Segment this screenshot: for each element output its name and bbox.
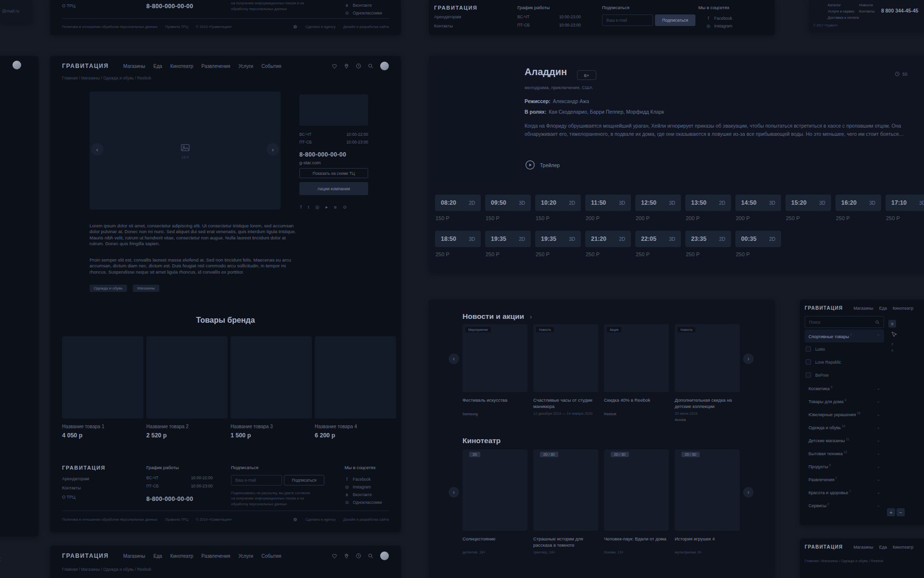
design-link[interactable]: Дизайн и разработка сайта (343, 517, 389, 522)
product-card[interactable]: Название товара 3 1 500 р (231, 336, 312, 439)
instagram-icon[interactable]: ◎ (315, 204, 319, 210)
policy-link[interactable]: Политика в отношении обработки персональ… (62, 25, 157, 29)
chevron-down-icon[interactable]: ⌄ (876, 399, 880, 404)
heart-icon[interactable] (332, 553, 337, 559)
showtime-chip[interactable]: 21:202D (585, 231, 631, 247)
chevron-down-icon[interactable]: ⌄ (876, 503, 880, 508)
chevron-down-icon[interactable]: ⌄ (876, 425, 880, 430)
gallery-prev-button[interactable]: ‹ (91, 143, 103, 156)
category-row-appliances[interactable]: Бытовая техника12⌄ (805, 447, 884, 460)
showtime-chip[interactable]: 11:503D (585, 195, 631, 211)
policy-link[interactable]: Политика в отношении обработки персональ… (62, 517, 157, 522)
nav-item-cinema[interactable]: Кинотеатр (893, 306, 913, 311)
map-pin-icon[interactable] (344, 553, 349, 559)
chevron-down-icon[interactable]: ⌄ (876, 438, 880, 443)
email-field[interactable] (602, 14, 653, 26)
floor-button-2[interactable]: 2 (888, 342, 897, 346)
email-field[interactable] (231, 475, 282, 486)
cinema-next-button[interactable]: › (743, 487, 754, 498)
alt-footer-link-catalog[interactable]: Каталог (828, 2, 859, 8)
showtime-chip[interactable]: 18:503D (435, 231, 481, 247)
nav-item-cinema[interactable]: Кинотеатр (170, 64, 193, 69)
news-card[interactable]: Акция Скидка 40% в Reebok Reebok (604, 324, 669, 422)
design-link[interactable]: Дизайн и разработка сайта (343, 25, 389, 29)
news-card[interactable]: Новость Счастливые часы от студии маникю… (533, 324, 598, 422)
news-card[interactable]: Мероприятие Фестиваль искусства Samsung (462, 324, 527, 422)
showtime-chip[interactable]: 08:202D (435, 195, 481, 211)
category-row-services[interactable]: Сервисы2⌄ (805, 499, 884, 512)
footer-link-contacts[interactable]: Контакты (434, 22, 461, 31)
map-pin-icon[interactable] (344, 63, 349, 69)
category-row-sport[interactable]: Спортивные товары7 ⌃ (805, 329, 884, 342)
movie-card[interactable]: 2D / 3D Страшные истории для рассказа в … (533, 449, 598, 554)
search-icon[interactable] (368, 553, 373, 559)
social-link-facebook[interactable]: fFacebook (345, 475, 382, 483)
news-next-button[interactable]: › (743, 354, 754, 364)
clock-icon[interactable] (356, 63, 361, 69)
rules-link[interactable]: Правила ТРЦ (165, 25, 188, 29)
vk-icon[interactable]: в (334, 204, 336, 210)
chevron-up-icon[interactable]: ⌃ (876, 334, 880, 339)
chevron-down-icon[interactable]: ⌄ (876, 412, 880, 417)
nav-item-food[interactable]: Еда (879, 306, 887, 311)
social-link-vk[interactable]: вВконтакте (345, 1, 382, 9)
category-row-cosmetics[interactable]: Косметика9⌄ (805, 381, 884, 394)
category-row-clothes[interactable]: Одежда и обувь14⌄ (805, 420, 884, 434)
nav-item-services[interactable]: Услуги (238, 64, 253, 69)
canvas-prev-icon[interactable]: ‹ (0, 554, 1, 564)
nav-item-entertainment[interactable]: Развлечения (202, 553, 231, 559)
showtime-chip[interactable]: 10:202D (535, 195, 581, 211)
brand-filter-row[interactable]: Love Republic (805, 355, 884, 368)
brand-filter-row[interactable]: BeFree (805, 368, 884, 381)
alt-footer-phone[interactable]: 8 800 344-45-45 (881, 8, 918, 13)
zoom-out-button[interactable]: − (897, 508, 905, 516)
made-by-link[interactable]: Сделано в agency (305, 517, 335, 522)
social-link-facebook[interactable]: fFacebook (706, 14, 732, 22)
breadcrumb[interactable]: Главная / Магазины / Одежда и обувь / Re… (62, 567, 151, 572)
breadcrumb[interactable]: Главная / Магазины / Одежда и обувь / Re… (805, 559, 883, 563)
footer-logo[interactable]: ГРАВИТАЦИЯ (62, 465, 105, 471)
footer-link-contacts[interactable]: Контакты (62, 484, 89, 493)
showtime-chip[interactable]: 13:502D (685, 195, 731, 211)
cinema-prev-button[interactable]: ‹ (449, 487, 459, 498)
site-logo[interactable]: ГРАВИТАЦИЯ (805, 544, 843, 550)
made-by-link[interactable]: Сделано в agency (305, 25, 335, 29)
alt-footer-link-contacts[interactable]: Контакты (859, 8, 874, 14)
zoom-in-button[interactable]: + (887, 508, 895, 516)
search-icon[interactable] (875, 320, 880, 325)
news-section-title[interactable]: Новости и акции › (462, 312, 532, 321)
floor-button-0[interactable]: 0 (888, 320, 896, 328)
nav-item-cinema[interactable]: Кинотеатр (170, 553, 193, 559)
category-row-home-goods[interactable]: Товары для дома4⌄ (805, 394, 884, 407)
social-link-ok[interactable]: ⊙Одноклассники (345, 499, 382, 506)
nav-item-events[interactable]: События (261, 64, 281, 69)
nav-item-shops[interactable]: Магазины (853, 545, 873, 550)
checkbox[interactable] (806, 346, 811, 352)
brand-filter-row[interactable]: Lusio (805, 342, 884, 355)
category-row-kids[interactable]: Детские магазины11⌄ (805, 434, 884, 447)
social-link-ok[interactable]: ⊙Одноклассники (345, 9, 382, 17)
search-input[interactable] (809, 320, 875, 325)
product-card[interactable]: Название товара 4 6 200 р (315, 336, 396, 439)
checkbox[interactable] (806, 359, 811, 365)
footer-link-tenants[interactable]: Арендаторам (62, 474, 89, 484)
site-logo[interactable]: ГРАВИТАЦИЯ (62, 63, 109, 69)
alt-footer-link-services[interactable]: Услуги и сервис (828, 8, 859, 14)
nav-item-food[interactable]: Еда (154, 553, 162, 559)
product-card[interactable]: Название товара 1 4 050 р (62, 336, 143, 439)
movie-card[interactable]: 2D Солнцестояние детектив, 18+ (462, 449, 527, 554)
movie-card[interactable]: 2D / 3D Человек-паук: Вдали от дома боев… (604, 449, 669, 554)
clock-icon[interactable] (356, 553, 361, 559)
facebook-icon[interactable]: f (300, 204, 302, 210)
chevron-down-icon[interactable]: ⌄ (876, 464, 880, 469)
subscribe-button[interactable]: Подписаться (655, 14, 695, 26)
chevron-down-icon[interactable]: ⌄ (876, 386, 880, 391)
movie-card[interactable]: 2D / 3D История игрушек 4 мультфильм, 6+ (675, 449, 740, 554)
showtime-chip[interactable]: 15:203D (785, 195, 831, 211)
footer-phone[interactable]: 8-800-000-00-00 (146, 3, 193, 10)
alt-footer-link-delivery[interactable]: Доставка и оплата (828, 14, 859, 21)
nav-item-services[interactable]: Услуги (238, 553, 253, 559)
chevron-down-icon[interactable]: ⌄ (876, 477, 880, 482)
category-row-beauty[interactable]: Красота и здоровье7⌄ (805, 486, 884, 499)
category-row-groceries[interactable]: Продукты5⌄ (805, 460, 884, 473)
